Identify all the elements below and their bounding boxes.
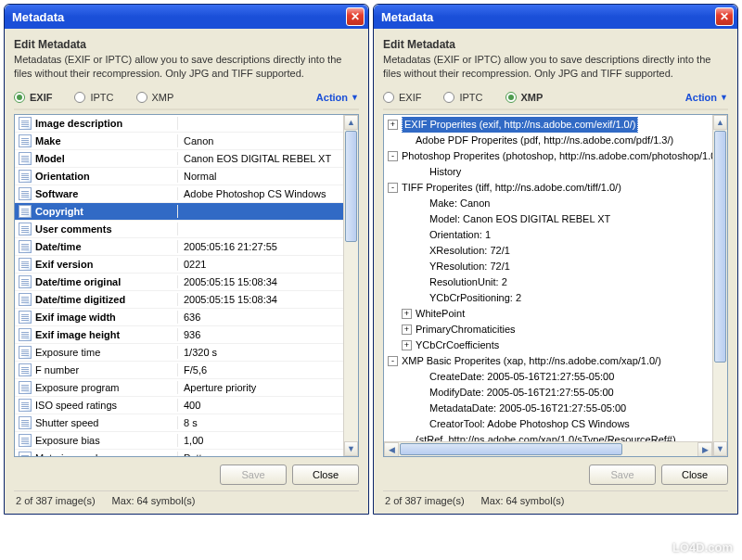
tree-node[interactable]: +PrimaryChromaticities	[384, 322, 712, 337]
close-icon[interactable]: ✕	[346, 7, 365, 26]
property-value[interactable]: Adobe Photoshop CS Windows	[178, 188, 343, 199]
tree-node[interactable]: CreateDate: 2005-05-16T21:27:55-05:00	[384, 369, 712, 385]
tab-xmp[interactable]: XMP	[136, 92, 174, 103]
tree-node[interactable]: Model: Canon EOS DIGITAL REBEL XT	[384, 211, 712, 227]
tree-node[interactable]: +YCbCrCoefficients	[384, 337, 712, 353]
vertical-scrollbar[interactable]: ▲ ▼	[712, 115, 727, 456]
property-value[interactable]: 636	[178, 312, 343, 323]
property-value[interactable]: 400	[178, 400, 343, 411]
window-title: Metadata	[12, 10, 346, 24]
property-value[interactable]: 8 s	[178, 417, 343, 428]
vertical-scrollbar[interactable]: ▲ ▼	[343, 115, 358, 456]
tree-node[interactable]: +EXIF Properites (exif, http://ns.adobe.…	[384, 117, 712, 133]
expand-icon[interactable]: +	[402, 325, 412, 335]
property-row[interactable]: F numberF/5,6	[15, 362, 343, 379]
scroll-left-icon[interactable]: ◀	[384, 442, 399, 457]
property-row[interactable]: ModelCanon EOS DIGITAL REBEL XT	[15, 150, 343, 168]
property-value[interactable]: 2005:05:15 15:08:34	[178, 276, 343, 287]
save-button[interactable]: Save	[589, 465, 656, 485]
tree-node[interactable]: -Photoshop Properites (photoshop, http:/…	[384, 148, 712, 164]
tree-node[interactable]: Orientation: 1	[384, 227, 712, 243]
property-value[interactable]: 936	[178, 329, 343, 340]
property-key: Software	[15, 187, 178, 200]
collapse-icon[interactable]: -	[388, 356, 398, 366]
property-value[interactable]: F/5,6	[178, 364, 343, 375]
titlebar[interactable]: Metadata ✕	[374, 5, 737, 29]
property-row[interactable]: ISO speed ratings400	[15, 397, 343, 414]
tab-iptc[interactable]: IPTC	[443, 92, 482, 103]
tab-iptc[interactable]: IPTC	[74, 92, 113, 103]
tree-node[interactable]: History	[384, 164, 712, 180]
property-value[interactable]: Aperture priority	[178, 382, 343, 393]
property-value[interactable]: 2005:05:15 15:08:34	[178, 294, 343, 305]
tree-node[interactable]: CreatorTool: Adobe Photoshop CS Windows	[384, 416, 712, 432]
collapse-icon[interactable]: -	[388, 183, 398, 193]
scroll-thumb[interactable]	[400, 443, 622, 455]
property-row[interactable]: Exif image width636	[15, 309, 343, 326]
expand-icon[interactable]: +	[402, 309, 412, 319]
property-value[interactable]: 1,00	[178, 435, 343, 446]
property-row[interactable]: Metering modePattern	[15, 450, 343, 457]
expand-icon[interactable]: +	[402, 340, 412, 350]
scroll-up-icon[interactable]: ▲	[344, 115, 358, 130]
scroll-thumb[interactable]	[714, 131, 726, 363]
property-row[interactable]: Image description	[15, 115, 343, 133]
document-icon	[19, 117, 32, 130]
scroll-thumb[interactable]	[345, 131, 357, 242]
scroll-up-icon[interactable]: ▲	[713, 115, 727, 130]
horizontal-scrollbar[interactable]: ◀ ▶	[384, 441, 712, 456]
action-menu[interactable]: Action ▼	[685, 92, 728, 103]
tree-node[interactable]: YCbCrPositioning: 2	[384, 290, 712, 306]
property-value[interactable]: 0221	[178, 259, 343, 270]
save-button[interactable]: Save	[220, 465, 287, 485]
action-menu[interactable]: Action ▼	[316, 92, 359, 103]
tab-xmp[interactable]: XMP	[505, 92, 544, 103]
property-row[interactable]: Exposure bias 1,00	[15, 432, 343, 450]
property-row[interactable]: Shutter speed8 s	[15, 414, 343, 432]
tab-exif[interactable]: EXIF	[14, 92, 52, 103]
expand-icon[interactable]: +	[388, 120, 398, 130]
close-button[interactable]: Close	[661, 465, 728, 485]
tree-node[interactable]: -TIFF Properites (tiff, http://ns.adobe.…	[384, 180, 712, 196]
tree-node[interactable]: ResolutionUnit: 2	[384, 274, 712, 290]
close-button[interactable]: Close	[292, 465, 359, 485]
tree-node[interactable]: -XMP Basic Properites (xap, http://ns.ad…	[384, 353, 712, 369]
collapse-icon[interactable]: -	[388, 151, 398, 161]
tab-exif[interactable]: EXIF	[383, 92, 421, 103]
property-row[interactable]: Exposure time1/320 s	[15, 344, 343, 362]
tree-node-label: Make: Canon	[429, 196, 490, 211]
tree-node[interactable]: YResolution: 72/1	[384, 259, 712, 274]
property-row[interactable]: Exif image height936	[15, 326, 343, 344]
property-row[interactable]: Exposure programAperture priority	[15, 379, 343, 397]
tree-node[interactable]: Make: Canon	[384, 196, 712, 211]
document-icon	[19, 134, 32, 147]
property-row[interactable]: MakeCanon	[15, 133, 343, 150]
tree-node[interactable]: XResolution: 72/1	[384, 243, 712, 259]
property-row[interactable]: Date/time original2005:05:15 15:08:34	[15, 274, 343, 291]
property-row[interactable]: User comments	[15, 221, 343, 238]
tree-node[interactable]: MetadataDate: 2005-05-16T21:27:55-05:00	[384, 401, 712, 416]
tree-node[interactable]: Adobe PDF Properites (pdf, http://ns.ado…	[384, 133, 712, 148]
tree-node-label: EXIF Properites (exif, http://ns.adobe.c…	[402, 117, 638, 133]
property-value[interactable]: Canon	[178, 135, 343, 146]
tree-node[interactable]: +WhitePoint	[384, 306, 712, 322]
scroll-down-icon[interactable]: ▼	[713, 441, 727, 456]
tree-node[interactable]: ModifyDate: 2005-05-16T21:27:55-05:00	[384, 385, 712, 401]
property-value[interactable]: 2005:05:16 21:27:55	[178, 241, 343, 252]
property-row[interactable]: OrientationNormal	[15, 168, 343, 185]
property-value[interactable]: Pattern	[178, 452, 343, 457]
property-value[interactable]: Normal	[178, 171, 343, 182]
close-icon[interactable]: ✕	[715, 7, 734, 26]
scroll-down-icon[interactable]: ▼	[344, 441, 358, 456]
scroll-right-icon[interactable]: ▶	[697, 442, 712, 457]
property-row[interactable]: Exif version0221	[15, 256, 343, 274]
property-value[interactable]: 1/320 s	[178, 347, 343, 358]
property-row[interactable]: Date/time2005:05:16 21:27:55	[15, 238, 343, 256]
property-value[interactable]: Canon EOS DIGITAL REBEL XT	[178, 153, 343, 164]
document-icon	[19, 187, 32, 200]
property-row[interactable]: Date/time digitized2005:05:15 15:08:34	[15, 291, 343, 309]
radio-icon	[505, 92, 517, 103]
property-row[interactable]: Copyright	[15, 203, 343, 221]
property-row[interactable]: SoftwareAdobe Photoshop CS Windows	[15, 185, 343, 203]
titlebar[interactable]: Metadata ✕	[5, 5, 368, 29]
